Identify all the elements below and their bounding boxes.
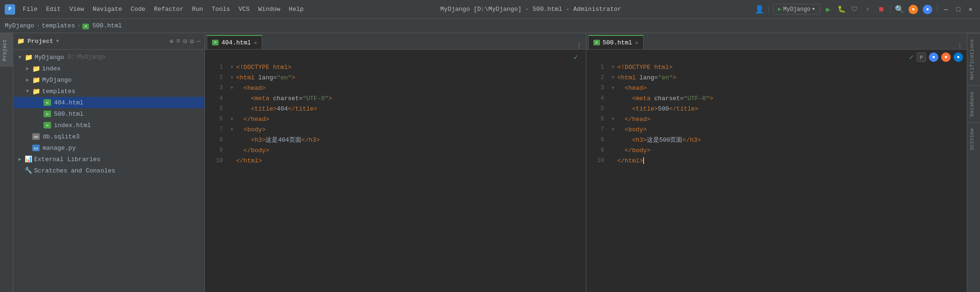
chrome-icon[interactable]: ● xyxy=(929,52,938,62)
browser-icon-2[interactable]: ● xyxy=(923,5,932,14)
label-manage: manage.py xyxy=(43,145,76,152)
tree-item-indexhtml[interactable]: H index.html xyxy=(13,120,204,131)
label-external: External Libraries xyxy=(34,156,100,163)
code-line-left-6: 6 ▼ </head> xyxy=(205,114,586,124)
validation-check-left: ✓ xyxy=(574,52,582,62)
maximize-button[interactable]: □ xyxy=(954,5,963,14)
label-500: 500.html xyxy=(54,111,83,118)
notifications-panel[interactable]: Notifications xyxy=(967,33,980,86)
tab-more-right[interactable]: ⋮ xyxy=(953,42,967,49)
menu-code[interactable]: Code xyxy=(127,4,149,14)
sidebar: 📁 Project ▼ ⊕ ≡ ⊟ ⚙ — ▼ 📁 MyDjango D:\My… xyxy=(13,33,205,292)
sciview-panel[interactable]: SciView xyxy=(967,122,980,156)
database-panel[interactable]: Database xyxy=(967,86,980,122)
scratches-icon: 🔧 xyxy=(25,167,32,174)
breadcrumb-icon: H xyxy=(82,22,90,29)
profile-button[interactable]: 👤 xyxy=(754,4,765,15)
code-line-right-1: 1 ▼ <!DOCTYPE html> xyxy=(586,62,967,72)
close-tab-404[interactable]: ✕ xyxy=(254,40,257,46)
run-config-dropdown[interactable]: ▶ MyDjango ▼ xyxy=(773,4,820,15)
tab-bar-left: H 404.html ✕ ⋮ xyxy=(205,33,586,50)
tree-item-500[interactable]: H 500.html xyxy=(13,108,204,120)
menu-edit[interactable]: Edit xyxy=(42,4,64,14)
code-line-left-8: 8 <h3>这是404页面</h3> xyxy=(205,135,586,145)
settings-icon[interactable]: ⚙ xyxy=(190,37,194,45)
tree-item-manage[interactable]: py manage.py xyxy=(13,142,204,154)
code-line-right-8: 8 <h3>这是500页面</h3> xyxy=(586,135,967,145)
arrow-mydjango-sub: ▶ xyxy=(25,77,30,83)
breadcrumb-templates[interactable]: templates xyxy=(42,22,75,29)
project-dropdown-arrow[interactable]: ▼ xyxy=(56,39,59,44)
menu-help[interactable]: Help xyxy=(285,4,307,14)
firefox-icon[interactable]: ● xyxy=(941,52,951,62)
editor-pane-right: H 500.html ✕ ⋮ ✓ P ● ● ● xyxy=(586,33,967,292)
profile2-button[interactable]: ⚡ xyxy=(863,4,873,15)
breadcrumb-mydjango[interactable]: MyDjango xyxy=(5,22,34,29)
menu-refactor[interactable]: Refactor xyxy=(150,4,187,14)
run-config-icon: ▶ xyxy=(778,6,781,13)
close-sidebar-icon[interactable]: — xyxy=(197,37,201,45)
sidebar-header: 📁 Project ▼ ⊕ ≡ ⊟ ⚙ — xyxy=(13,33,204,50)
right-panels: Notifications Database SciView xyxy=(967,33,980,292)
tab-more-left[interactable]: ⋮ xyxy=(572,42,586,49)
code-line-left-5: 5 <title>404</title> xyxy=(205,103,586,114)
validation-check-right: ✓ xyxy=(909,52,914,62)
menu-run[interactable]: Run xyxy=(188,4,207,14)
menu-vcs[interactable]: VCS xyxy=(235,4,253,14)
folder-icon-index: 📁 xyxy=(32,65,40,73)
menu-window[interactable]: Window xyxy=(255,4,284,14)
tab-icon-404: H xyxy=(212,40,219,45)
scope-icon[interactable]: ⊕ xyxy=(169,37,173,45)
project-tab[interactable]: Project xyxy=(0,33,13,67)
search-button[interactable]: 🔍 xyxy=(894,4,905,15)
label-mydjango-sub: MyDjango xyxy=(42,77,71,84)
window-controls: 👤 ▶ MyDjango ▼ ▶ 🐛 🛡 ⚡ ⏹ 🔍 ● ● — □ ✕ xyxy=(754,4,975,15)
code-editor-left[interactable]: ✓ 1 ▼ <!DOCTYPE html> 2 ▼ <html lang="en… xyxy=(205,50,586,292)
label-templates: templates xyxy=(42,88,75,95)
coverage-button[interactable]: 🛡 xyxy=(849,4,860,15)
tree-item-index[interactable]: ▶ 📁 index xyxy=(13,63,204,74)
title-bar: P File Edit View Navigate Code Refactor … xyxy=(0,0,980,19)
expand-icon[interactable]: ⊟ xyxy=(183,37,187,45)
menu-tools[interactable]: Tools xyxy=(208,4,234,14)
run-button[interactable]: ▶ xyxy=(823,4,833,15)
folder-icon: 📁 xyxy=(17,37,25,45)
code-line-right-10: 10 </html> xyxy=(586,155,967,166)
app-logo: P xyxy=(5,4,15,15)
label-db: db.sqlite3 xyxy=(43,133,79,140)
breadcrumb-file[interactable]: 500.html xyxy=(92,22,122,29)
run-config-label: MyDjango xyxy=(783,6,811,13)
pycharm-icon[interactable]: P xyxy=(917,52,926,62)
browser-icon-1[interactable]: ● xyxy=(909,5,918,14)
tree-item-404[interactable]: H 404.html xyxy=(13,97,204,108)
tree-item-templates[interactable]: ▼ 📁 templates xyxy=(13,86,204,97)
edge-icon[interactable]: ● xyxy=(954,52,963,62)
menu-file[interactable]: File xyxy=(19,4,41,14)
tree-item-external[interactable]: ▶ 📊 External Libraries xyxy=(13,154,204,165)
code-line-right-6: 6 ▼ </head> xyxy=(586,114,967,124)
label-scratches: Scratches and Consoles xyxy=(34,167,115,174)
label-index: index xyxy=(42,65,61,72)
minimize-button[interactable]: — xyxy=(941,5,951,14)
menu-view[interactable]: View xyxy=(65,4,88,14)
tab-404[interactable]: H 404.html ✕ xyxy=(207,35,262,49)
main-layout: Project 📁 Project ▼ ⊕ ≡ ⊟ ⚙ — ▼ 📁 MyDjan… xyxy=(0,33,980,292)
arrow-templates: ▼ xyxy=(25,89,30,94)
label-indexhtml: index.html xyxy=(54,122,91,129)
code-editor-right[interactable]: ✓ P ● ● ● 1 ▼ <!DOCTYPE html> xyxy=(586,50,967,292)
tree-item-db[interactable]: db db.sqlite3 xyxy=(13,131,204,142)
debug-button[interactable]: 🐛 xyxy=(836,4,847,15)
tree-item-mydjango-sub[interactable]: ▶ 📁 MyDjango xyxy=(13,74,204,86)
stop-button[interactable]: ⏹ xyxy=(876,4,886,15)
tab-500[interactable]: H 500.html ✕ xyxy=(588,35,644,49)
tree-item-mydjango-root[interactable]: ▼ 📁 MyDjango D:\MyDjango xyxy=(13,52,204,63)
close-tab-500[interactable]: ✕ xyxy=(635,40,638,46)
close-button[interactable]: ✕ xyxy=(966,5,975,14)
tree-item-scratches[interactable]: 🔧 Scratches and Consoles xyxy=(13,165,204,176)
collapse-all-icon[interactable]: ≡ xyxy=(176,37,180,45)
tab-icon-500: H xyxy=(593,40,600,45)
menu-navigate[interactable]: Navigate xyxy=(89,4,126,14)
tab-label-500: 500.html xyxy=(603,39,632,46)
code-line-right-5: 5 <title>500</title> xyxy=(586,103,967,114)
folder-icon-templates: 📁 xyxy=(32,87,40,95)
